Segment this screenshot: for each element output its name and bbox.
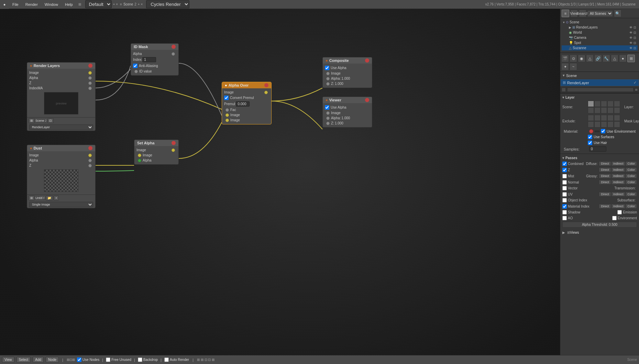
rp-renderlayer-selector[interactable]: ⊞ RenderLayer ✓ — [560, 79, 639, 86]
rp-search-btn[interactable]: Search — [579, 10, 586, 17]
layer-scene-cell-7[interactable] — [594, 107, 601, 113]
viewer-close[interactable] — [365, 98, 369, 102]
dust-folder-btn[interactable]: 📁 — [46, 196, 53, 200]
prop-material-btn[interactable]: ● — [619, 55, 627, 62]
layer-scene-cell-8[interactable] — [601, 107, 607, 113]
spot-eye-icon[interactable]: 👁 — [629, 41, 632, 45]
use-hair-check[interactable] — [588, 141, 592, 145]
dust-close[interactable] — [88, 146, 92, 150]
excl-cell-7[interactable] — [594, 121, 601, 128]
pass-vector-check[interactable] — [562, 186, 567, 190]
alpha-over-close[interactable] — [264, 83, 268, 87]
pass-diffuse-color-btn[interactable]: Color — [625, 161, 637, 166]
prop-scene-btn[interactable]: ⊙ — [570, 55, 577, 62]
layer-section-header[interactable]: ▾ Layer — [562, 95, 637, 100]
camera-eye-icon[interactable]: 👁 — [629, 36, 632, 40]
menu-file[interactable]: File — [9, 0, 22, 9]
prop-world-btn[interactable]: ◉ — [578, 55, 585, 62]
pass-uv-direct-btn[interactable]: Direct — [599, 192, 611, 197]
suzanne-eye-icon[interactable]: 👁 — [629, 46, 632, 50]
use-environment-check[interactable] — [601, 129, 605, 133]
dust-image-socket[interactable] — [88, 154, 92, 157]
pass-uv-check[interactable] — [562, 192, 567, 197]
render-layers-alpha-socket[interactable] — [88, 76, 92, 80]
node-editor[interactable]: ● Render Layers Image Alpha Z Ind — [0, 9, 560, 355]
pass-ao-check[interactable] — [562, 216, 567, 220]
rp-search-icon-btn[interactable]: 🔍 — [614, 10, 621, 17]
backdrop-label[interactable]: Backdrop — [138, 357, 158, 362]
spot-render-icon[interactable]: ⊡ — [634, 41, 636, 45]
use-surfaces-check[interactable] — [588, 135, 592, 139]
id-mask-input-socket[interactable] — [134, 70, 138, 73]
free-unused-label[interactable]: Free Unused — [106, 357, 131, 362]
outliner-item-renderlayers[interactable]: ▶ ⊞ RenderLayers 👁 ⊡ — [562, 25, 638, 30]
viewer-alpha-socket[interactable] — [326, 117, 330, 120]
excl-cell-4[interactable] — [607, 115, 614, 121]
excl-cell-2[interactable] — [594, 115, 601, 121]
pass-z-direct-btn[interactable]: Direct — [599, 167, 611, 172]
outliner-item-scene[interactable]: ▾ ⊙ Scene — [562, 20, 638, 25]
pass-z-check[interactable] — [562, 168, 567, 172]
backdrop-check[interactable] — [138, 357, 142, 362]
excl-cell-6[interactable] — [588, 121, 594, 128]
pass-glossy-direct-btn[interactable]: Direct — [599, 174, 611, 178]
pass-glossy-indirect-btn[interactable]: Indirect — [611, 174, 626, 178]
composite-close[interactable] — [365, 58, 369, 63]
composite-z-socket[interactable] — [326, 82, 330, 86]
viewer-z-socket[interactable] — [326, 122, 330, 125]
prop-physics-btn[interactable]: ~ — [570, 63, 577, 70]
views-row[interactable]: ▶ ⊞ Views — [560, 230, 639, 235]
layer-scene-cell-5[interactable] — [614, 101, 620, 107]
excl-cell-5[interactable] — [614, 115, 620, 121]
dust-camera-btn[interactable]: ⊞ — [29, 196, 35, 200]
excl-cell-3[interactable] — [601, 115, 607, 121]
prop-constraint-btn[interactable]: 🔗 — [594, 55, 602, 62]
dust-close-btn2[interactable]: × — [54, 196, 59, 200]
prop-texture-btn[interactable]: ⊞ — [627, 55, 635, 62]
excl-cell-9[interactable] — [607, 121, 614, 128]
prop-particle-btn[interactable]: ✦ — [561, 63, 569, 70]
viewer-usealpha-check[interactable] — [325, 105, 329, 110]
pass-objectindex-check[interactable] — [562, 198, 567, 202]
dust-alpha-socket[interactable] — [88, 159, 92, 162]
pass-mist-check[interactable] — [562, 174, 567, 178]
pass-combined-check[interactable] — [562, 162, 567, 166]
free-unused-check[interactable] — [106, 357, 110, 362]
alpha-over-in2-socket[interactable] — [225, 119, 229, 122]
camera-render-icon[interactable]: ⊡ — [634, 36, 636, 40]
bottom-node-btn[interactable]: Node — [46, 357, 59, 363]
render-layers-layer-select[interactable]: RenderLayer — [29, 124, 93, 130]
prop-render-btn[interactable]: 🎬 — [561, 55, 569, 62]
render-layers-z-socket[interactable] — [88, 81, 92, 85]
pass-shadow-check[interactable] — [562, 210, 567, 214]
id-mask-alpha-socket[interactable] — [172, 52, 175, 56]
pass-normal-indirect-btn[interactable]: Indirect — [611, 180, 626, 185]
composite-usealpha-check[interactable] — [325, 66, 329, 70]
id-mask-close[interactable] — [172, 45, 176, 49]
bottom-add-btn[interactable]: Add — [33, 357, 44, 363]
pass-uv-indirect-btn[interactable]: Indirect — [611, 192, 626, 197]
renderlayers-eye-icon[interactable]: 👁 — [629, 26, 632, 29]
set-alpha-image-in-socket[interactable] — [138, 154, 141, 157]
alpha-threshold-btn[interactable]: Alpha Threshold: 0.500 — [562, 222, 637, 228]
bottom-view-btn[interactable]: View — [2, 357, 14, 363]
renderlayers-render-icon[interactable]: ⊡ — [634, 26, 636, 29]
auto-render-check[interactable] — [164, 357, 169, 362]
render-layers-render-btn[interactable]: ⊡ — [47, 118, 54, 123]
pass-environment-check[interactable] — [612, 216, 617, 220]
alpha-over-premul-input[interactable] — [236, 101, 250, 107]
rp-scenes-select[interactable]: All Scenes — [587, 10, 613, 17]
alpha-over-in1-socket[interactable] — [225, 113, 229, 117]
samples-input[interactable] — [589, 146, 606, 152]
layer-scene-cell-2[interactable] — [594, 101, 601, 107]
outliner-item-world[interactable]: ◉ World 👁 ⊡ — [562, 30, 638, 35]
viewer-image-socket[interactable] — [326, 111, 330, 115]
renderlayer-more-btn[interactable]: = — [635, 87, 638, 92]
pass-diffuse-direct-btn[interactable]: Direct — [599, 161, 611, 166]
use-nodes-check[interactable] — [77, 357, 81, 362]
dust-z-socket[interactable] — [88, 164, 92, 167]
bottom-select-btn[interactable]: Select — [16, 357, 31, 363]
prop-data-btn[interactable]: △ — [611, 55, 618, 62]
outliner-item-suzanne[interactable]: △ Suzanne 👁 ⊡ — [562, 45, 638, 51]
world-render-icon[interactable]: ⊡ — [634, 31, 636, 34]
